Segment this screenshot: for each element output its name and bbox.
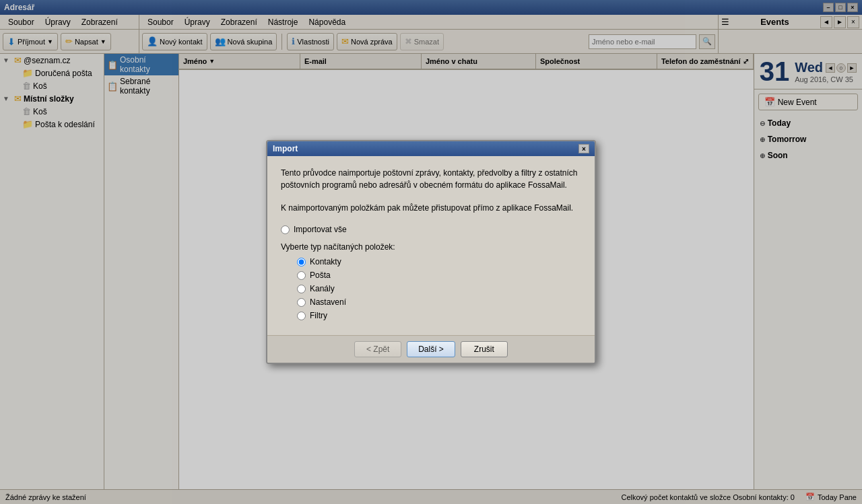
modal-titlebar: Import ×	[267, 141, 595, 156]
back-button[interactable]: < Zpět	[354, 341, 401, 357]
modal-title: Import	[273, 144, 298, 153]
import-all-label: Importovat vše	[294, 225, 347, 234]
modal-body: Tento průvodce naimportuje poštovní zprá…	[267, 156, 595, 335]
cancel-button[interactable]: Zrušit	[461, 341, 508, 357]
import-all-radio-input[interactable]	[281, 225, 290, 234]
mail-radio-input[interactable]	[297, 271, 306, 280]
settings-label: Nastavení	[310, 297, 346, 307]
import-all-section: Importovat vše	[281, 225, 581, 234]
next-button[interactable]: Další >	[407, 341, 455, 357]
type-radio-group: Kontakty Pošta Kanály Nastavení Filtry	[281, 257, 581, 320]
contacts-label: Kontakty	[310, 257, 341, 266]
contacts-radio[interactable]: Kontakty	[297, 257, 581, 266]
mail-radio[interactable]: Pošta	[297, 271, 581, 280]
channels-radio-input[interactable]	[297, 285, 306, 293]
channels-label: Kanály	[310, 284, 335, 293]
modal-desc-2: K naimportovaným položkám pak můžete při…	[281, 202, 581, 214]
modal-close-button[interactable]: ×	[578, 144, 589, 153]
settings-radio[interactable]: Nastavení	[297, 297, 581, 307]
import-modal: Import × Tento průvodce naimportuje pošt…	[266, 140, 596, 364]
channels-radio[interactable]: Kanály	[297, 284, 581, 293]
modal-footer: < Zpět Další > Zrušit	[267, 335, 595, 363]
filters-radio[interactable]: Filtry	[297, 311, 581, 320]
modal-desc-1: Tento průvodce naimportuje poštovní zprá…	[281, 167, 581, 191]
contacts-radio-input[interactable]	[297, 258, 306, 266]
modal-overlay: Import × Tento průvodce naimportuje pošt…	[0, 0, 862, 504]
settings-radio-input[interactable]	[297, 298, 306, 307]
filters-radio-input[interactable]	[297, 312, 306, 320]
select-type-label: Vyberte typ načítaných položek:	[281, 242, 581, 252]
mail-label: Pošta	[310, 271, 331, 280]
filters-label: Filtry	[310, 311, 327, 320]
import-all-radio[interactable]: Importovat vše	[281, 225, 581, 234]
